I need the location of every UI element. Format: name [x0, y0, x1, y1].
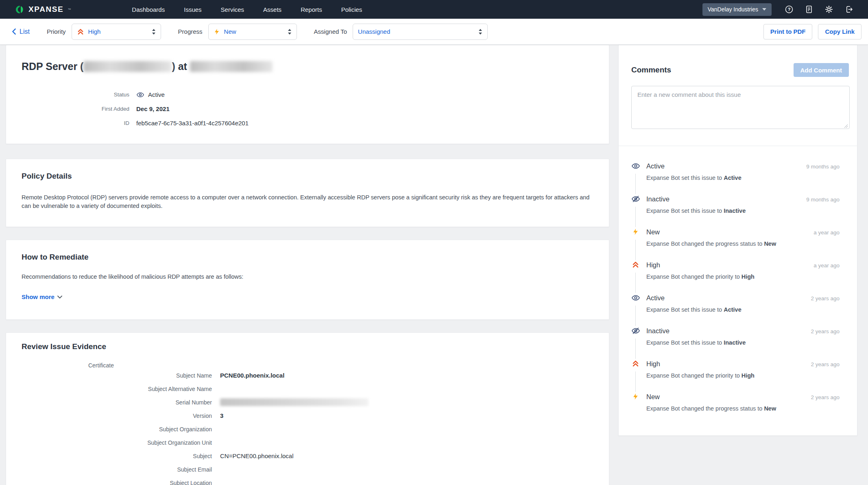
- document-icon[interactable]: [805, 5, 813, 14]
- org-selector-label: VanDelay Industries: [708, 6, 758, 13]
- progress-label: Progress: [178, 28, 203, 35]
- priority-high-icon: [77, 28, 84, 35]
- timeline-timestamp: a year ago: [813, 262, 840, 269]
- nav-item-policies[interactable]: Policies: [341, 6, 362, 13]
- stepper-icon: [288, 28, 292, 35]
- timeline-title: High: [646, 359, 660, 368]
- timeline-entry: High 2 years ago Expanse Bot changed the…: [631, 359, 840, 379]
- svg-text:?: ?: [788, 7, 791, 12]
- nav-item-assets[interactable]: Assets: [263, 6, 281, 13]
- progress-value: New: [224, 28, 288, 35]
- timeline-title: Active: [646, 162, 665, 170]
- timeline-timestamp: a year ago: [813, 229, 840, 236]
- eye-slash-icon: [631, 194, 640, 203]
- priority-value: High: [88, 28, 152, 35]
- priority-label: Priority: [47, 28, 66, 35]
- evidence-row: Subject Organization: [6, 422, 609, 436]
- timeline-title: Inactive: [646, 194, 670, 203]
- assigned-to-select[interactable]: Unassigned: [353, 24, 488, 40]
- policy-details-body: Remote Desktop Protocol (RDP) servers pr…: [22, 193, 593, 210]
- chevron-left-icon: [11, 28, 17, 35]
- timeline-title: High: [646, 260, 660, 269]
- timeline-entry: New a year ago Expanse Bot changed the p…: [631, 227, 840, 247]
- brand-logo[interactable]: XPANSE ™: [15, 5, 71, 14]
- show-more-label: Show more: [22, 293, 55, 300]
- status-row: Status Active: [22, 87, 593, 102]
- evidence-row: Subject Email: [6, 463, 609, 476]
- policy-details-card: Policy Details Remote Desktop Protocol (…: [6, 159, 609, 227]
- comments-panel: Comments Add Comment Active 9 months ago…: [618, 45, 857, 436]
- timeline-entry: Active 2 years ago Expanse Bot set this …: [631, 293, 840, 313]
- nav-item-issues[interactable]: Issues: [184, 6, 201, 13]
- issue-detail-column: RDP Server () at Status Active First Add…: [6, 45, 609, 485]
- timeline-entry: High a year ago Expanse Bot changed the …: [631, 260, 840, 280]
- assigned-to-value: Unassigned: [358, 28, 478, 35]
- stepper-icon: [152, 28, 156, 35]
- version-label: Version: [6, 413, 212, 419]
- timeline-entry: Active 9 months ago Expanse Bot set this…: [631, 162, 840, 181]
- subject-name-value: PCNE00.phoenix.local: [220, 372, 284, 379]
- subject-organization-unit-label: Subject Organization Unit: [6, 439, 212, 446]
- subject-email-label: Subject Email: [6, 466, 212, 473]
- comment-input-wrap: [631, 86, 850, 131]
- priority-high-icon: [631, 359, 640, 368]
- issue-summary-card: RDP Server () at Status Active First Add…: [6, 45, 609, 144]
- subject-value: CN=PCNE00.phoenix.local: [220, 452, 294, 459]
- redacted-ip-address: [190, 61, 273, 72]
- timeline-title: New: [646, 227, 660, 236]
- timeline-entry: Inactive 9 months ago Expanse Bot set th…: [631, 194, 840, 214]
- timeline-description: Expanse Bot changed the progress status …: [646, 240, 840, 247]
- evidence-row: Subject Organization Unit: [6, 436, 609, 449]
- print-to-pdf-button[interactable]: Print to PDF: [763, 24, 813, 39]
- chevron-down-icon: [57, 295, 62, 299]
- how-to-remediate-heading: How to Remediate: [22, 252, 593, 262]
- brand-name: XPANSE: [28, 5, 63, 14]
- first-added-row: First Added Dec 9, 2021: [22, 102, 593, 116]
- chevron-down-icon: [762, 8, 766, 11]
- eye-icon: [631, 162, 640, 170]
- help-icon[interactable]: ?: [785, 5, 794, 14]
- copy-link-button[interactable]: Copy Link: [818, 24, 861, 39]
- subject-name-label: Subject Name: [6, 372, 212, 379]
- show-more-link[interactable]: Show more: [22, 293, 593, 300]
- assigned-to-label: Assigned To: [314, 28, 347, 35]
- timeline-entry: New 2 years ago Expanse Bot changed the …: [631, 392, 840, 412]
- subject-alt-name-label: Subject Alternative Name: [6, 386, 212, 392]
- timeline-description: Expanse Bot set this issue to Active: [646, 306, 840, 313]
- gear-icon[interactable]: [824, 5, 833, 14]
- policy-details-heading: Policy Details: [22, 171, 593, 181]
- evidence-row: Subject CN=PCNE00.phoenix.local: [6, 449, 609, 463]
- progress-new-icon: [214, 28, 220, 35]
- timeline-description: Expanse Bot set this issue to Inactive: [646, 339, 840, 346]
- subject-label: Subject: [6, 453, 212, 459]
- certificate-label: Certificate: [6, 362, 114, 369]
- back-link-label: List: [20, 28, 30, 35]
- trademark-mark: ™: [68, 8, 71, 11]
- priority-select[interactable]: High: [72, 24, 161, 40]
- org-selector-button[interactable]: VanDelay Industries: [702, 3, 772, 16]
- serial-number-label: Serial Number: [6, 399, 212, 406]
- timeline-description: Expanse Bot set this issue to Active: [646, 174, 840, 181]
- evidence-row: Subject Name PCNE00.phoenix.local: [6, 369, 609, 382]
- back-to-list-link[interactable]: List: [11, 28, 30, 35]
- nav-item-reports[interactable]: Reports: [301, 6, 322, 13]
- timeline-timestamp: 9 months ago: [806, 197, 840, 203]
- timeline-description: Expanse Bot changed the progress status …: [646, 405, 840, 412]
- nav-item-services[interactable]: Services: [221, 6, 244, 13]
- activity-timeline: Active 9 months ago Expanse Bot set this…: [619, 146, 857, 412]
- issue-title: RDP Server () at: [22, 60, 593, 73]
- progress-select[interactable]: New: [208, 24, 297, 40]
- timeline-timestamp: 9 months ago: [806, 164, 840, 170]
- id-value: feb5cae7-6c75-3a31-a0f1-4c257604e201: [136, 120, 249, 127]
- xpanse-logo-icon: [15, 5, 25, 14]
- timeline-timestamp: 2 years ago: [811, 328, 840, 334]
- logout-icon[interactable]: [844, 5, 853, 14]
- add-comment-button[interactable]: Add Comment: [794, 63, 849, 77]
- comment-input[interactable]: [631, 86, 850, 129]
- nav-item-dashboards[interactable]: Dashboards: [132, 6, 165, 13]
- top-nav: XPANSE ™ Dashboards Issues Services Asse…: [0, 0, 868, 19]
- evidence-row: Subject Alternative Name: [6, 382, 609, 395]
- timeline-title: Inactive: [646, 326, 670, 335]
- issue-meta: Status Active First Added Dec 9, 2021 ID…: [22, 87, 593, 130]
- nav-menu: Dashboards Issues Services Assets Report…: [132, 6, 362, 13]
